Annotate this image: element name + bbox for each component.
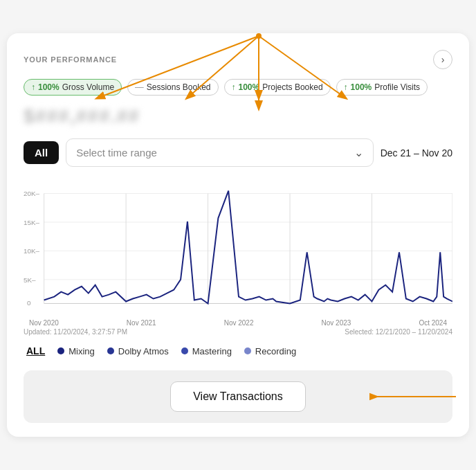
chart-container: 20K– 15K– 10K– 5K– 0	[24, 178, 452, 316]
legend-dolby-atmos[interactable]: Dolby Atmos	[107, 346, 169, 356]
mastering-label: Mastering	[192, 346, 232, 356]
legend-recording[interactable]: Recording	[244, 346, 296, 356]
all-button[interactable]: All	[24, 141, 59, 164]
bottom-section: View Transactions	[24, 370, 452, 423]
metric-gross-volume[interactable]: ↑ 100% Gross Volume	[24, 79, 122, 96]
svg-text:5K–: 5K–	[24, 276, 36, 284]
chevron-down-icon: ⌄	[354, 146, 363, 159]
profile-visits-pct: 100%	[351, 82, 372, 92]
svg-text:15K–: 15K–	[24, 219, 40, 226]
legend-row: ALL Mixing Dolby Atmos Mastering Recordi…	[24, 345, 452, 356]
mastering-dot	[181, 347, 188, 354]
nav-arrow-button[interactable]: ›	[433, 50, 452, 69]
trend-up-icon: ↑	[31, 82, 35, 92]
recording-dot	[244, 347, 251, 354]
svg-text:20K–: 20K–	[24, 190, 40, 197]
metric-profile-visits[interactable]: ↑ 100% Profile Visits	[336, 79, 428, 96]
profile-visits-label: Profile Visits	[374, 82, 420, 92]
chart-meta: Updated: 11/20/2024, 3:27:57 PM Selected…	[24, 328, 452, 336]
arrows-svg	[24, 29, 476, 112]
x-label-nov2020: Nov 2020	[29, 319, 59, 327]
metric-sessions-booked[interactable]: – – Sessions Booked	[127, 79, 218, 96]
date-range-display: Dec 21 – Nov 20	[381, 147, 452, 159]
recording-label: Recording	[255, 346, 296, 356]
legend-mixing[interactable]: Mixing	[57, 346, 95, 356]
view-transactions-arrow	[369, 386, 459, 407]
dolby-atmos-label: Dolby Atmos	[118, 346, 169, 356]
controls-row: All Select time range ⌄ Dec 21 – Nov 20	[24, 138, 452, 167]
gross-amount: $###,###.##	[24, 105, 452, 127]
x-label-oct2024: Oct 2024	[419, 319, 447, 327]
x-label-nov2021: Nov 2021	[127, 319, 156, 327]
metric-projects-booked[interactable]: ↑ 100% Projects Booked	[224, 79, 331, 96]
chart-updated: Updated: 11/20/2024, 3:27:57 PM	[24, 328, 127, 336]
mixing-dot	[57, 347, 64, 354]
gross-volume-label: Gross Volume	[62, 82, 114, 92]
mixing-label: Mixing	[68, 346, 95, 356]
trend-up-icon-2: ↑	[232, 82, 236, 92]
time-range-placeholder: Select time range	[76, 147, 157, 159]
time-range-select[interactable]: Select time range ⌄	[66, 138, 374, 167]
svg-text:0: 0	[27, 299, 31, 307]
legend-all[interactable]: ALL	[26, 345, 45, 356]
sessions-booked-label: Sessions Booked	[147, 82, 211, 92]
x-label-nov2023: Nov 2023	[322, 319, 351, 327]
projects-booked-label: Projects Booked	[262, 82, 322, 92]
page-title: YOUR PERFORMANCE	[24, 55, 117, 64]
dash-icon: – –	[135, 82, 143, 92]
chart-selected-range: Selected: 12/21/2020 – 11/20/2024	[345, 328, 452, 336]
x-label-nov2022: Nov 2022	[224, 319, 254, 327]
view-transactions-button[interactable]: View Transactions	[170, 381, 306, 412]
trend-up-icon-3: ↑	[344, 82, 348, 92]
projects-booked-pct: 100%	[239, 82, 260, 92]
dolby-atmos-dot	[107, 347, 114, 354]
gross-volume-pct: 100%	[38, 82, 60, 92]
chart-x-labels: Nov 2020 Nov 2021 Nov 2022 Nov 2023 Oct …	[24, 319, 452, 327]
svg-point-5	[256, 33, 262, 39]
header-row: YOUR PERFORMANCE ›	[24, 50, 452, 69]
svg-text:10K–: 10K–	[24, 247, 40, 255]
chart-svg: 20K– 15K– 10K– 5K– 0	[24, 178, 452, 316]
performance-card: YOUR PERFORMANCE › ↑ 100% Gross Volume –…	[7, 33, 469, 437]
metrics-row: ↑ 100% Gross Volume – – Sessions Booked …	[24, 79, 452, 96]
legend-mastering[interactable]: Mastering	[181, 346, 232, 356]
